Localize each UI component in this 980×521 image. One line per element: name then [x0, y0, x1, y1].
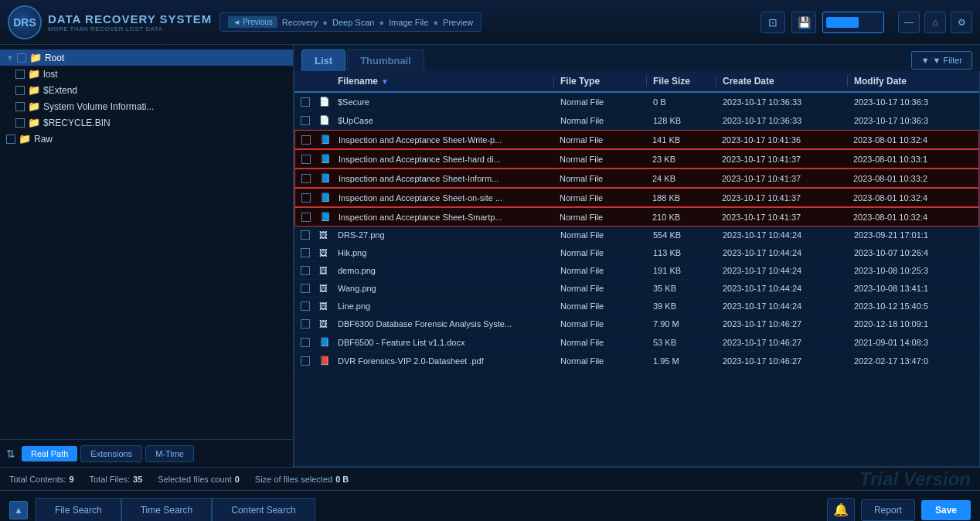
table-row[interactable]: 🖼 demo.png Normal File 191 KB 2023-10-17… [294, 262, 979, 280]
row-checkbox-cell[interactable] [295, 210, 314, 223]
col-head-filesize[interactable]: File Size [647, 76, 716, 87]
tab-thumbnail[interactable]: Thumbnail [347, 49, 424, 71]
col-filetype-label: File Type [560, 76, 600, 87]
row-checkbox-cell[interactable] [294, 229, 313, 241]
filter-button[interactable]: ▼ ▼ Filter [911, 51, 972, 70]
time-search-tab[interactable]: Time Search [121, 498, 213, 522]
row-checkbox-cell[interactable] [295, 152, 314, 165]
app-logo: DRS [8, 5, 42, 39]
table-row[interactable]: 🖼 Hik.png Normal File 113 KB 2023-10-17 … [294, 244, 979, 262]
checkbox-lost[interactable] [15, 70, 25, 79]
row-filesize-cell: 53 KB [647, 335, 716, 349]
col-head-modifydate[interactable]: Modify Date [848, 76, 979, 87]
row-checkbox[interactable] [301, 174, 311, 183]
sidebar-item-lost[interactable]: 📁 lost [0, 66, 293, 82]
table-row[interactable]: 📘 Inspection and Acceptance Sheet-Write-… [294, 130, 979, 149]
row-checkbox[interactable] [301, 116, 310, 125]
row-filetype-cell: Normal File [554, 247, 647, 259]
row-modifydate-cell: 2023-10-17 10:36:3 [848, 95, 979, 108]
row-checkbox-cell[interactable] [295, 172, 314, 185]
tab-m-time[interactable]: M-Time [145, 445, 194, 462]
bell-button[interactable]: 🔔 [827, 498, 855, 522]
table-row[interactable]: 📘 Inspection and Acceptance Sheet-on-sit… [294, 188, 979, 207]
col-filesize-label: File Size [653, 76, 690, 87]
row-checkbox-cell[interactable] [294, 335, 313, 349]
row-checkbox[interactable] [301, 230, 310, 240]
report-button[interactable]: Report [861, 499, 915, 521]
row-checkbox[interactable] [301, 213, 311, 222]
row-filesize-cell: 210 KB [646, 210, 716, 223]
row-checkbox[interactable] [301, 155, 311, 164]
tool-save-icon-btn[interactable]: 💾 [791, 12, 816, 33]
row-checkbox-cell[interactable] [294, 95, 313, 108]
row-filename-cell: Hik.png [332, 247, 554, 259]
row-checkbox-cell[interactable] [294, 247, 313, 259]
row-checkbox[interactable] [301, 266, 310, 275]
col-head-createdate[interactable]: Create Date [716, 76, 848, 87]
checkbox-sysvolinfo[interactable] [15, 102, 25, 111]
row-checkbox[interactable] [301, 356, 310, 366]
sidebar-item-recycle[interactable]: 📁 $RECYCLE.BIN [0, 114, 293, 131]
row-checkbox[interactable] [301, 248, 310, 257]
table-row[interactable]: 📘 Inspection and Acceptance Sheet-Inform… [294, 169, 979, 188]
sidebar-item-extend[interactable]: 📁 $Extend [0, 82, 293, 98]
row-checkbox[interactable] [301, 193, 311, 203]
row-checkbox-cell[interactable] [294, 300, 313, 312]
row-checkbox[interactable] [301, 97, 310, 107]
row-checkbox-cell[interactable] [294, 114, 313, 127]
row-filetype-cell: Normal File [553, 210, 646, 223]
col-head-filetype[interactable]: File Type [554, 76, 647, 87]
table-row[interactable]: 📕 DVR Forensics-VIP 2.0-Datasheet .pdf N… [294, 352, 979, 370]
row-checkbox-cell[interactable] [295, 191, 314, 204]
row-checkbox-cell[interactable] [295, 133, 314, 146]
tab-real-path[interactable]: Real Path [22, 446, 77, 461]
row-checkbox[interactable] [301, 135, 311, 145]
checkbox-root[interactable] [17, 53, 26, 63]
row-checkbox[interactable] [301, 301, 310, 311]
save-button[interactable]: Save [921, 500, 971, 520]
col-head-filename[interactable]: Filename ▼ [332, 76, 554, 87]
row-createdate-cell: 2023-10-17 10:46:27 [716, 335, 848, 349]
content-search-tab[interactable]: Content Search [212, 498, 315, 522]
table-row[interactable]: 📄 $Secure Normal File 0 B 2023-10-17 10:… [294, 93, 979, 111]
home-button[interactable]: ⌂ [924, 12, 946, 33]
table-row[interactable]: 📘 DBF6500 - Feature List v1.1.docx Norma… [294, 333, 979, 352]
sidebar-item-root[interactable]: ▼ 📁 Root [0, 49, 293, 66]
row-checkbox[interactable] [301, 319, 310, 329]
sidebar-item-raw[interactable]: 📁 Raw [0, 131, 293, 147]
table-row[interactable]: 🖼 DBF6300 Database Forensic Analysis Sys… [294, 315, 979, 333]
collapse-button[interactable]: ▲ [9, 501, 28, 519]
table-row[interactable]: 📘 Inspection and Acceptance Sheet-hard d… [294, 149, 979, 169]
previous-button[interactable]: ◄ Previous [228, 16, 277, 28]
row-modifydate-cell: 2023-08-01 10:33:2 [847, 172, 978, 185]
breadcrumb-item-2: Deep Scan [332, 18, 374, 27]
tool-scan-icon-btn[interactable]: ⊡ [761, 12, 785, 33]
sidebar-item-sysvolinfo[interactable]: 📁 System Volume Informati... [0, 98, 293, 114]
row-filename-cell: DVR Forensics-VIP 2.0-Datasheet .pdf [332, 354, 554, 367]
folder-icon-raw: 📁 [19, 133, 31, 145]
top-bar: DRS DATA RECOVERY SYSTEM MORE THAN RECOV… [0, 0, 980, 45]
tab-list[interactable]: List [301, 49, 345, 71]
table-row[interactable]: 🖼 DRS-27.png Normal File 554 KB 2023-10-… [294, 226, 979, 244]
checkbox-extend[interactable] [15, 86, 25, 95]
checkbox-raw[interactable] [6, 135, 15, 144]
table-row[interactable]: 🖼 Line.png Normal File 39 KB 2023-10-17 … [294, 298, 979, 315]
row-checkbox[interactable] [301, 338, 310, 347]
table-row[interactable]: 🖼 Wang.png Normal File 35 KB 2023-10-17 … [294, 280, 979, 298]
view-tabs-row: List Thumbnail ▼ ▼ Filter [294, 45, 980, 71]
checkbox-recycle[interactable] [15, 118, 25, 128]
row-checkbox-cell[interactable] [294, 264, 313, 277]
table-row[interactable]: 📘 Inspection and Acceptance Sheet-Smartp… [294, 207, 979, 226]
row-checkbox[interactable] [301, 284, 310, 293]
row-checkbox-cell[interactable] [294, 318, 313, 330]
file-search-tab[interactable]: File Search [36, 498, 121, 522]
row-checkbox-cell[interactable] [294, 282, 313, 295]
row-checkbox-cell[interactable] [294, 354, 313, 367]
minimize-button[interactable]: — [898, 12, 920, 33]
row-modifydate-cell: 2021-09-01 14:08:3 [848, 335, 979, 349]
settings-button[interactable]: ⚙ [951, 12, 972, 33]
tab-extensions[interactable]: Extensions [80, 445, 142, 462]
col-modifydate-label: Modify Date [854, 76, 907, 87]
table-row[interactable]: 📄 $UpCase Normal File 128 KB 2023-10-17 … [294, 111, 979, 130]
sort-icon[interactable]: ⇅ [3, 443, 19, 465]
